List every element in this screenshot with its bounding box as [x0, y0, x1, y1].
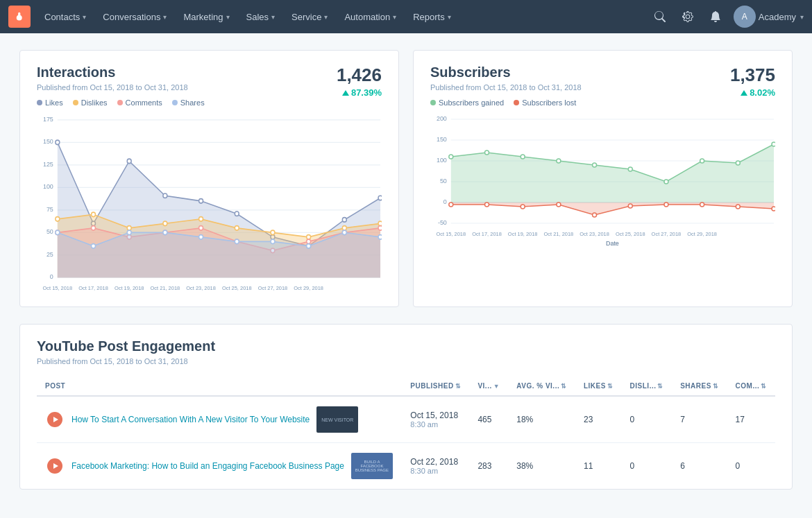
settings-button[interactable] — [675, 4, 700, 29]
post-cell: How To Start A Conversation With A New V… — [37, 396, 402, 443]
nav-reports[interactable]: Reports ▾ — [405, 0, 459, 33]
search-button[interactable] — [648, 4, 673, 29]
svg-text:50: 50 — [46, 228, 53, 235]
col-dislikes[interactable]: DISLI...⇅ — [622, 377, 673, 396]
chevron-down-icon: ▾ — [271, 13, 275, 21]
comments-cell: 17 — [727, 396, 775, 443]
svg-point-19 — [127, 159, 131, 164]
svg-point-87 — [628, 167, 632, 171]
svg-text:100: 100 — [43, 183, 53, 190]
svg-text:Oct 19, 2018: Oct 19, 2018 — [508, 231, 538, 237]
svg-point-99 — [664, 202, 668, 207]
svg-point-97 — [593, 213, 597, 217]
svg-point-22 — [235, 211, 239, 216]
col-avg-views[interactable]: AVG. % VI...⇅ — [508, 377, 575, 396]
svg-text:150: 150 — [43, 138, 53, 145]
svg-point-56 — [271, 239, 275, 244]
svg-point-88 — [664, 180, 668, 184]
svg-point-53 — [163, 230, 167, 235]
nav-sales[interactable]: Sales ▾ — [238, 0, 284, 33]
svg-point-100 — [700, 202, 704, 207]
sort-icon: ⇅ — [657, 383, 663, 390]
gained-dot — [430, 100, 436, 105]
table-header-row: POST PUBLISHED⇅ VI...▼ AVG. % VI...⇅ LIK… — [37, 377, 775, 396]
svg-point-51 — [92, 244, 96, 249]
svg-point-57 — [307, 244, 311, 249]
svg-point-85 — [557, 159, 561, 163]
svg-text:0: 0 — [50, 273, 53, 280]
sort-icon: ▼ — [493, 383, 500, 390]
table-row: Facebook Marketing: How to Build an Enga… — [37, 443, 775, 490]
svg-text:25: 25 — [46, 251, 53, 258]
sort-icon: ⇅ — [455, 383, 462, 390]
svg-text:200: 200 — [437, 115, 447, 122]
chevron-down-icon: ▾ — [800, 13, 804, 21]
sort-icon: ⇅ — [713, 383, 719, 390]
nav-service[interactable]: Service ▾ — [283, 0, 336, 33]
col-shares[interactable]: SHARES⇅ — [672, 377, 727, 396]
svg-point-36 — [342, 226, 346, 231]
nav-contacts[interactable]: Contacts ▾ — [36, 0, 94, 33]
svg-point-26 — [378, 196, 382, 200]
dislikes-cell: 0 — [622, 443, 673, 490]
svg-text:100: 100 — [437, 157, 447, 164]
svg-text:Oct 15, 2018: Oct 15, 2018 — [436, 231, 466, 237]
notifications-button[interactable] — [703, 4, 728, 29]
svg-point-93 — [449, 202, 453, 207]
svg-text:Oct 29, 2018: Oct 29, 2018 — [687, 231, 717, 237]
engagement-subtitle: Published from Oct 15, 2018 to Oct 31, 2… — [37, 357, 775, 365]
svg-text:Oct 19, 2018: Oct 19, 2018 — [115, 284, 144, 291]
col-views[interactable]: VI...▼ — [469, 377, 508, 396]
engagement-card: YouTube Post Engagement Published from O… — [19, 324, 793, 490]
svg-text:Oct 23, 2018: Oct 23, 2018 — [580, 231, 609, 237]
svg-text:Oct 27, 2018: Oct 27, 2018 — [652, 231, 682, 237]
youtube-icon — [45, 410, 65, 429]
col-published[interactable]: PUBLISHED⇅ — [402, 377, 469, 396]
col-likes[interactable]: LIKES⇅ — [575, 377, 622, 396]
svg-text:Oct 15, 2018: Oct 15, 2018 — [43, 284, 73, 291]
svg-point-32 — [199, 217, 203, 222]
legend-gained: Subscribers gained — [430, 98, 504, 107]
subscribers-legend: Subscribers gained Subscribers lost — [430, 98, 775, 107]
views-cell: 465 — [469, 396, 508, 443]
nav-conversations[interactable]: Conversations ▾ — [94, 0, 175, 33]
svg-point-33 — [235, 226, 239, 231]
svg-text:125: 125 — [43, 161, 53, 168]
nav-marketing[interactable]: Marketing ▾ — [175, 0, 237, 33]
user-menu[interactable]: Academy ▾ — [759, 12, 804, 22]
post-title-link[interactable]: How To Start A Conversation With A New V… — [71, 414, 310, 426]
col-comments[interactable]: COM...⇅ — [727, 377, 775, 396]
svg-point-94 — [485, 202, 489, 207]
engagement-table: POST PUBLISHED⇅ VI...▼ AVG. % VI...⇅ LIK… — [37, 377, 775, 489]
chevron-down-icon: ▾ — [448, 13, 451, 21]
interactions-stat: 1,426 — [337, 64, 382, 86]
subscribers-subtitle: Published from Oct 15, 2018 to Oct 31, 2… — [430, 83, 582, 92]
svg-point-84 — [521, 155, 525, 159]
chevron-down-icon: ▾ — [83, 13, 86, 21]
svg-point-21 — [199, 199, 203, 203]
svg-point-95 — [521, 205, 525, 209]
subscribers-stat: 1,375 — [730, 64, 775, 86]
svg-text:Oct 21, 2018: Oct 21, 2018 — [151, 284, 180, 291]
svg-text:-50: -50 — [438, 219, 447, 226]
svg-point-20 — [163, 193, 167, 198]
trend-up-icon — [342, 90, 349, 96]
views-cell: 283 — [469, 443, 508, 490]
svg-point-102 — [772, 207, 775, 211]
svg-point-54 — [199, 235, 203, 240]
chevron-down-icon: ▾ — [324, 13, 328, 21]
post-title-link[interactable]: Facebook Marketing: How to Build an Enga… — [71, 460, 344, 472]
subscribers-title: Subscribers — [430, 64, 582, 80]
nav-automation[interactable]: Automation ▾ — [336, 0, 405, 33]
svg-point-90 — [736, 161, 740, 165]
svg-text:150: 150 — [437, 136, 447, 143]
legend-likes: Likes — [37, 98, 63, 107]
svg-point-28 — [56, 217, 60, 222]
subscribers-badge: 8.02% — [741, 87, 775, 98]
svg-text:Oct 27, 2018: Oct 27, 2018 — [258, 284, 288, 291]
svg-point-40 — [92, 226, 96, 231]
subscribers-card: Subscribers Published from Oct 15, 2018 … — [413, 50, 793, 307]
dislikes-dot — [73, 100, 78, 105]
svg-point-96 — [557, 202, 561, 207]
svg-point-86 — [593, 163, 597, 167]
